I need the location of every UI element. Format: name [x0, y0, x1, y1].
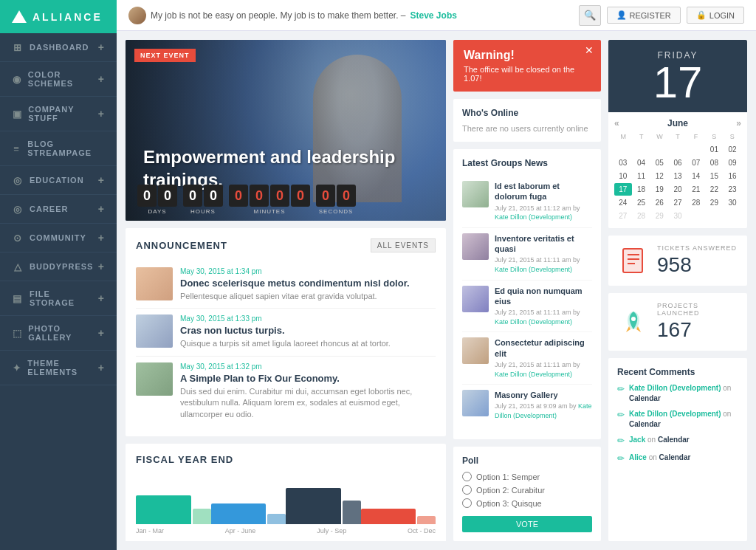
cal-day[interactable]: 10: [614, 170, 632, 182]
cal-day[interactable]: 16: [724, 170, 741, 182]
register-button[interactable]: 👤 REGISTER: [607, 7, 681, 24]
digit: 0: [137, 185, 157, 207]
cal-day[interactable]: 26: [650, 196, 668, 209]
cal-day[interactable]: [687, 143, 705, 156]
cal-day[interactable]: 18: [633, 183, 650, 196]
svg-point-6: [631, 317, 636, 321]
cal-day[interactable]: 07: [687, 157, 705, 169]
cal-day[interactable]: 09: [724, 157, 741, 169]
all-events-button[interactable]: ALL EVENTS: [371, 238, 436, 252]
calendar-next-button[interactable]: »: [736, 118, 741, 128]
cal-day[interactable]: [633, 143, 650, 156]
poll-radio-1[interactable]: [462, 472, 472, 481]
cal-day[interactable]: 30: [724, 196, 741, 209]
sidebar-item-theme-elements[interactable]: ✦ THEME ELEMENTS +: [0, 351, 117, 385]
search-button[interactable]: 🔍: [579, 5, 601, 26]
poll-radio-3[interactable]: [462, 498, 472, 508]
announcement-thumbnail: [136, 362, 173, 396]
sidebar-item-blog-streampage[interactable]: ≡ BLOG STREAMPAGE: [0, 131, 117, 166]
cal-day[interactable]: 05: [650, 157, 668, 169]
cal-day[interactable]: 03: [614, 157, 632, 169]
cal-day[interactable]: 21: [687, 183, 705, 196]
cal-day[interactable]: 24: [614, 196, 632, 209]
sidebar-item-education[interactable]: ◎ EDUCATION +: [0, 166, 117, 195]
sidebar-item-career[interactable]: ◎ CAREER +: [0, 195, 117, 224]
sidebar-item-color-schemes[interactable]: ◉ COLOR SCHEMES +: [0, 62, 117, 97]
sidebar-item-label: CAREER: [30, 204, 68, 213]
recent-comment-item: ✏ Kate Dillon (Development) on Calendar: [617, 409, 738, 430]
theme-icon: ✦: [12, 362, 21, 374]
poll-radio-2[interactable]: [462, 485, 472, 495]
sidebar-item-label: THEME ELEMENTS: [27, 359, 98, 377]
login-button[interactable]: 🔒 LOGIN: [687, 7, 744, 24]
announcement-title-text[interactable]: A Simple Plan to Fix Our Economy.: [180, 373, 436, 384]
news-thumbnail: [462, 337, 489, 364]
cal-day[interactable]: 23: [724, 183, 741, 196]
cal-day[interactable]: [650, 143, 668, 156]
sidebar-item-label: EDUCATION: [30, 176, 84, 185]
cal-day[interactable]: 15: [706, 170, 724, 182]
sidebar-item-community[interactable]: ⊙ COMMUNITY +: [0, 224, 117, 252]
calendar-prev-button[interactable]: «: [614, 118, 619, 128]
sidebar-item-buddypress[interactable]: △ BUDDYPRESS +: [0, 252, 117, 281]
news-item-title[interactable]: Id est laborum et dolorum fuga: [495, 181, 592, 202]
sidebar-item-file-storage[interactable]: ▤ FILE STORAGE +: [0, 281, 117, 316]
cal-day[interactable]: [614, 143, 632, 156]
news-item: Id est laborum et dolorum fuga July 21, …: [462, 176, 592, 228]
news-item: Masonry Gallery July 21, 2015 at 9:09 am…: [462, 385, 592, 425]
cal-day[interactable]: 12: [650, 170, 668, 182]
cal-day[interactable]: 30: [669, 210, 687, 222]
sidebar: ALLIANCE ⊞ DASHBOARD + ◉ COLOR SCHEMES +…: [0, 0, 117, 550]
announcement-date: May 30, 2015 at 1:33 pm: [180, 314, 391, 323]
cal-day[interactable]: [669, 143, 687, 156]
next-event-badge: NEXT EVENT: [134, 49, 196, 62]
cal-day[interactable]: 28: [633, 210, 650, 222]
cal-day-today[interactable]: 17: [614, 183, 632, 196]
calendar-day-number: 17: [616, 61, 740, 105]
close-button[interactable]: ✕: [585, 44, 594, 56]
news-item-title[interactable]: Masonry Gallery: [495, 390, 592, 400]
sidebar-item-company-stuff[interactable]: ▣ COMPANY STUFF +: [0, 97, 117, 131]
poll-section: Poll Option 1: Semper Option 2: Curabitu…: [453, 447, 601, 541]
news-item-title[interactable]: Consectetur adipiscing elit: [495, 337, 592, 359]
announcement-title-text[interactable]: Donec scelerisque metus condimentum nisl…: [180, 278, 410, 289]
sidebar-item-dashboard[interactable]: ⊞ DASHBOARD +: [0, 33, 117, 62]
cal-day[interactable]: 11: [633, 170, 650, 182]
sidebar-item-photo-gallery[interactable]: ⬚ PHOTO GALLERY +: [0, 316, 117, 351]
cal-day[interactable]: 25: [633, 196, 650, 209]
cal-day[interactable]: 14: [687, 170, 705, 182]
cal-day[interactable]: 08: [706, 157, 724, 169]
cal-day[interactable]: 01: [706, 143, 724, 156]
sidebar-item-label: PHOTO GALLERY: [28, 324, 98, 342]
news-item-title[interactable]: Ed quia non numquam eius: [495, 286, 592, 307]
cal-day[interactable]: 20: [669, 183, 687, 196]
quote-area: My job is not be easy on people. My job …: [128, 7, 457, 24]
cal-day[interactable]: 29: [650, 210, 668, 222]
cal-day[interactable]: 13: [669, 170, 687, 182]
expand-icon: +: [98, 327, 105, 339]
poll-option: Option 3: Quisque: [462, 498, 592, 508]
announcement-item: May 30, 2015 at 1:32 pm A Simple Plan to…: [136, 357, 436, 426]
sidebar-item-label: FILE STORAGE: [30, 289, 98, 307]
svg-rect-0: [623, 249, 642, 272]
cal-day[interactable]: 19: [650, 183, 668, 196]
cal-day[interactable]: 27: [669, 196, 687, 209]
cal-day[interactable]: 22: [706, 183, 724, 196]
pencil-icon: ✏: [617, 453, 625, 465]
topbar: My job is not be easy on people. My job …: [117, 0, 756, 31]
poll-title: Poll: [462, 456, 592, 466]
main-area: My job is not be easy on people. My job …: [117, 0, 756, 550]
calendar-month: June: [667, 118, 688, 128]
chart-bar: [361, 509, 416, 524]
cal-day[interactable]: 27: [614, 210, 632, 222]
cal-day[interactable]: 02: [724, 143, 741, 156]
countdown-hours: 0 0 HOURS: [183, 185, 223, 215]
announcement-title-text[interactable]: Cras non luctus turpis.: [180, 325, 391, 336]
cal-day[interactable]: 29: [706, 196, 724, 209]
announcement-excerpt: Quisque a turpis sit amet ligula laoreet…: [180, 338, 391, 349]
cal-day[interactable]: 04: [633, 157, 650, 169]
news-item-title[interactable]: Inventore veritatis et quasi: [495, 233, 592, 255]
vote-button[interactable]: VOTE: [462, 516, 592, 532]
cal-day[interactable]: 28: [687, 196, 705, 209]
cal-day[interactable]: 06: [669, 157, 687, 169]
